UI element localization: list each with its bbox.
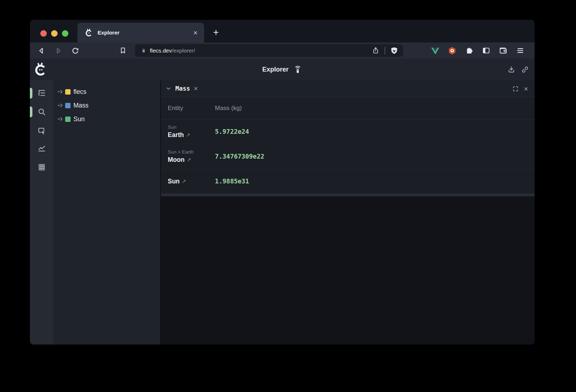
window-minimize-button[interactable]	[51, 30, 58, 37]
flecs-logo	[33, 62, 48, 77]
tab-close-icon[interactable]: ×	[191, 28, 200, 37]
tree-item-sun[interactable]: Sun	[53, 112, 160, 126]
window-zoom-button[interactable]	[62, 30, 68, 37]
entity-cell: Sun ↗	[168, 169, 215, 193]
browser-toolbar: flecs.dev/explorer/	[30, 42, 535, 59]
share-icon[interactable]	[370, 45, 381, 56]
sidebar-toggle-icon[interactable]	[480, 45, 492, 56]
browser-window: Explorer × +	[30, 20, 535, 345]
vue-devtools-icon[interactable]	[429, 45, 441, 56]
entity-link[interactable]: Sun	[168, 177, 180, 186]
extension-icons	[429, 42, 526, 59]
download-icon[interactable]	[507, 65, 516, 74]
app-title-group: Explorer	[262, 65, 302, 74]
url-text: flecs.dev/explorer/	[150, 47, 370, 54]
extensions-puzzle-icon[interactable]	[463, 45, 475, 56]
entity-tree-panel: flecs Mass	[53, 80, 161, 345]
header-actions	[507, 59, 530, 80]
table-row[interactable]: Sun ↗ 1.9885e31	[161, 169, 535, 193]
tab-strip: Explorer × +	[30, 20, 535, 42]
table-row[interactable]: Sun Earth ↗ 5.9722e24	[161, 119, 535, 144]
back-icon[interactable]	[35, 45, 48, 57]
active-panel-pill-query[interactable]	[30, 106, 32, 117]
column-header-mass: Mass (kg)	[215, 105, 242, 112]
forward-icon	[52, 45, 64, 57]
screen-background: Explorer × +	[0, 0, 576, 392]
app-header: Explorer	[30, 59, 535, 80]
entity-parent-path: Sun > Earth	[168, 149, 215, 155]
wallet-icon[interactable]	[497, 45, 509, 56]
table-row[interactable]: Sun > Earth Moon ↗ 7.34767309e22	[161, 144, 535, 169]
search-panel-icon[interactable]	[37, 107, 46, 117]
tab-title: Explorer	[98, 29, 191, 36]
url-domain: flecs.dev	[150, 47, 172, 54]
table-header-row: Entity Mass (kg)	[161, 97, 535, 119]
active-panel-pill-tree[interactable]	[30, 88, 32, 99]
bookmark-icon[interactable]	[117, 45, 129, 57]
query-panel-titlebar: Mass × ×	[161, 80, 535, 97]
panel-close-icon[interactable]: ×	[524, 85, 528, 92]
empty-canvas-area	[161, 196, 535, 345]
stats-panel-icon[interactable]	[37, 143, 46, 153]
external-link-arrow-icon[interactable]: ↗	[187, 157, 191, 163]
panel-resize-handle[interactable]	[161, 193, 535, 196]
tree-panel-icon[interactable]	[37, 88, 46, 98]
tree-item-label: Sun	[73, 115, 85, 123]
address-bar[interactable]: flecs.dev/explorer/	[135, 44, 403, 57]
mass-value: 7.34767309e22	[215, 153, 264, 160]
tree-item-label: Mass	[73, 102, 89, 109]
query-panel: Mass × × Entity Mass (kg)	[161, 80, 535, 345]
inspector-panel-icon[interactable]	[37, 126, 46, 136]
window-close-button[interactable]	[40, 30, 47, 37]
query-title: Mass	[175, 85, 190, 92]
new-tab-button[interactable]: +	[210, 26, 222, 38]
hexagon-extension-icon[interactable]	[446, 45, 458, 56]
expand-arrow-icon[interactable]	[58, 103, 64, 108]
url-path: /explorer/	[172, 47, 195, 54]
query-close-icon[interactable]: ×	[194, 85, 198, 92]
flecs-favicon	[85, 28, 93, 37]
app-content: flecs Mass	[30, 80, 535, 345]
entity-link[interactable]: Earth	[168, 131, 184, 140]
entity-color-swatch	[65, 89, 71, 95]
external-link-arrow-icon[interactable]: ↗	[182, 178, 186, 184]
app-title: Explorer	[262, 66, 288, 73]
entity-color-swatch	[65, 103, 71, 108]
query-panel-controls: ×	[512, 80, 528, 97]
mass-value: 5.9722e24	[215, 128, 249, 135]
entity-cell: Sun Earth ↗	[168, 119, 215, 143]
external-link-arrow-icon[interactable]: ↗	[186, 132, 190, 138]
mass-value: 1.9885e31	[215, 178, 249, 185]
lock-icon[interactable]	[140, 47, 147, 54]
tree-item-mass[interactable]: Mass	[53, 99, 160, 112]
entity-cell: Sun > Earth Moon ↗	[168, 144, 215, 169]
fullscreen-icon[interactable]	[512, 85, 519, 92]
address-bar-divider	[384, 47, 385, 55]
chevron-down-icon[interactable]	[165, 85, 172, 92]
memory-panel-icon[interactable]	[37, 163, 46, 172]
column-header-entity: Entity	[168, 105, 215, 112]
tree-item-label: flecs	[73, 88, 86, 96]
menu-icon[interactable]	[514, 45, 526, 56]
connection-remote-icon[interactable]	[293, 65, 302, 74]
entity-color-swatch	[65, 117, 71, 122]
reload-icon[interactable]	[69, 45, 81, 57]
entity-parent-path: Sun	[168, 124, 215, 131]
brave-shield-icon[interactable]	[389, 45, 400, 56]
left-icon-rail	[30, 80, 53, 345]
entity-link[interactable]: Moon	[168, 155, 185, 164]
browser-tab-explorer[interactable]: Explorer ×	[77, 23, 204, 42]
expand-arrow-icon[interactable]	[58, 117, 64, 121]
link-icon[interactable]	[520, 65, 530, 74]
expand-arrow-icon[interactable]	[58, 90, 64, 94]
tree-item-flecs[interactable]: flecs	[53, 85, 160, 99]
